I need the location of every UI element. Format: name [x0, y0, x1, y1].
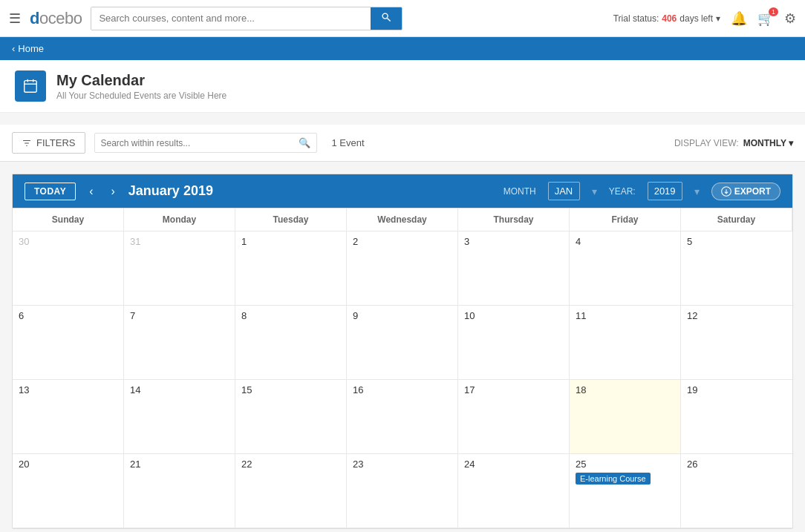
display-view: DISPLAY VIEW: MONTHLY ▾ [674, 138, 793, 148]
search-within-icon: 🔍 [299, 137, 310, 148]
trial-label: Trial status: [613, 13, 659, 24]
day-cell[interactable]: 4 [570, 231, 681, 306]
next-month-button[interactable]: › [107, 183, 120, 200]
export-label: EXPORT [734, 186, 771, 197]
day-number: 1 [241, 236, 340, 247]
day-number: 3 [464, 236, 563, 247]
svg-point-0 [383, 13, 388, 19]
global-search-bar [91, 7, 402, 30]
day-cell[interactable]: 2 [347, 231, 458, 306]
day-cell[interactable]: 11 [570, 306, 681, 380]
filter-bar: FILTERS 🔍 1 Event DISPLAY VIEW: MONTHLY … [0, 125, 805, 162]
day-header-thursday: Thursday [458, 208, 570, 231]
day-number: 8 [241, 310, 340, 321]
day-number: 21 [130, 459, 229, 470]
day-cell[interactable]: 15 [235, 380, 347, 454]
day-cell[interactable]: 16 [347, 380, 458, 454]
notification-icon[interactable]: 🔔 [731, 10, 747, 27]
day-cell[interactable]: 30 [13, 231, 124, 306]
day-number: 10 [464, 310, 563, 321]
day-header-friday: Friday [570, 208, 681, 231]
event-tag[interactable]: E-learning Course [576, 473, 651, 485]
day-cell[interactable]: 8 [235, 306, 347, 380]
month-label: MONTH [503, 186, 536, 197]
day-cell[interactable]: 23 [347, 454, 458, 528]
trial-days-unit: days left [679, 13, 713, 24]
logo: docebo [30, 9, 82, 28]
export-button[interactable]: EXPORT [711, 183, 780, 200]
year-select[interactable]: 2019 [648, 182, 682, 200]
day-number: 17 [464, 384, 563, 395]
day-cell[interactable]: 12 [681, 306, 792, 380]
day-cell[interactable]: 26 [681, 454, 792, 528]
logo-text: docebo [30, 9, 82, 28]
day-cell[interactable]: 17 [458, 380, 570, 454]
svg-rect-2 [25, 81, 37, 93]
day-header-monday: Monday [124, 208, 235, 231]
trial-days: 406 [662, 13, 677, 24]
page-icon [15, 70, 46, 102]
day-cell[interactable]: 20 [13, 454, 124, 528]
day-cell[interactable]: 22 [235, 454, 347, 528]
day-header-wednesday: Wednesday [347, 208, 458, 231]
settings-icon[interactable]: ⚙ [784, 10, 796, 27]
display-view-label: DISPLAY VIEW: [674, 138, 739, 148]
day-cell[interactable]: 31 [124, 231, 235, 306]
cart-icon[interactable]: 🛒 1 [757, 10, 774, 27]
day-number: 4 [576, 236, 674, 247]
search-within-input[interactable] [101, 138, 294, 148]
day-number: 23 [353, 459, 452, 470]
global-search-button[interactable] [371, 7, 402, 30]
day-cell[interactable]: 13 [13, 380, 124, 454]
day-number: 18 [576, 384, 674, 395]
day-number: 15 [241, 384, 340, 395]
top-nav: ☰ docebo Trial status: 406 days left ▾ 🔔… [0, 0, 805, 37]
search-within-bar: 🔍 [94, 133, 317, 153]
hamburger-icon[interactable]: ☰ [9, 10, 21, 27]
page-title: My Calendar [56, 72, 226, 89]
day-header-sunday: Sunday [13, 208, 124, 231]
display-view-dropdown[interactable]: MONTHLY ▾ [743, 138, 793, 148]
day-header-tuesday: Tuesday [235, 208, 347, 231]
filters-button[interactable]: FILTERS [12, 132, 85, 154]
breadcrumb-home[interactable]: ‹ Home [12, 43, 44, 54]
breadcrumb-back-arrow: ‹ [12, 43, 15, 54]
day-cell[interactable]: 21 [124, 454, 235, 528]
calendar-grid: SundayMondayTuesdayWednesdayThursdayFrid… [13, 208, 792, 528]
day-cell[interactable]: 24 [458, 454, 570, 528]
day-cell[interactable]: 10 [458, 306, 570, 380]
day-number: 16 [353, 384, 452, 395]
page-header: My Calendar All Your Scheduled Events ar… [0, 60, 805, 113]
month-select[interactable]: JAN [548, 182, 580, 200]
event-count: 1 Event [332, 137, 365, 148]
day-cell[interactable]: 19 [681, 380, 792, 454]
day-cell[interactable]: 6 [13, 306, 124, 380]
svg-line-1 [388, 18, 391, 21]
day-cell[interactable]: 1 [235, 231, 347, 306]
day-number: 14 [130, 384, 229, 395]
prev-month-button[interactable]: ‹ [85, 183, 97, 200]
day-number: 11 [576, 310, 674, 321]
today-button[interactable]: TODAY [25, 183, 76, 200]
day-cell[interactable]: 7 [124, 306, 235, 380]
day-cell[interactable]: 18 [570, 380, 681, 454]
day-number: 2 [353, 236, 452, 247]
global-search-input[interactable] [91, 7, 371, 30]
day-cell[interactable]: 3 [458, 231, 570, 306]
day-number: 19 [687, 384, 786, 395]
trial-dropdown-icon[interactable]: ▾ [716, 13, 720, 24]
page-subtitle: All Your Scheduled Events are Visible He… [56, 91, 226, 101]
day-number: 9 [353, 310, 452, 321]
day-number: 12 [687, 310, 786, 321]
day-cell[interactable]: 5 [681, 231, 792, 306]
page-header-text: My Calendar All Your Scheduled Events ar… [56, 72, 226, 101]
day-number: 31 [130, 236, 229, 247]
day-cell[interactable]: 25E-learning Course [570, 454, 681, 528]
day-number: 6 [19, 310, 117, 321]
day-number: 20 [19, 459, 117, 470]
day-cell[interactable]: 14 [124, 380, 235, 454]
calendar-header: TODAY ‹ › January 2019 MONTH JAN ▾ YEAR:… [13, 174, 792, 208]
day-cell[interactable]: 9 [347, 306, 458, 380]
day-number: 26 [687, 459, 786, 470]
day-number: 24 [464, 459, 563, 470]
